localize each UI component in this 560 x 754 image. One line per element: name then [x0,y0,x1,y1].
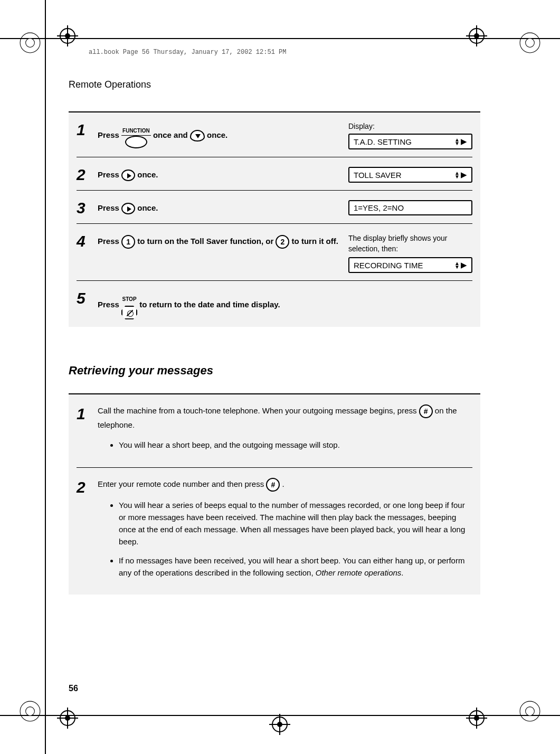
svg-point-28 [277,722,282,727]
step-number: 2 [77,477,98,495]
section-subtitle: Retrieving your messages [69,364,480,378]
list-item: If no messages have been received, you w… [119,554,472,579]
registration-mark-icon [19,32,41,54]
step-body: Call the machine from a touch-tone telep… [98,404,472,458]
step-body: Press FUNCTION once and once. [98,120,348,148]
svg-point-24 [474,715,479,721]
keypad-2-icon: 2 [276,235,289,249]
svg-point-4 [526,39,535,48]
section-title: Remote Operations [69,79,480,90]
step-3: 3 Press once. 1=YES, 2=NO [77,190,472,223]
crosshair-icon [269,714,290,735]
nav-arrows-icon: ▲▼▶ [454,137,467,146]
step-number: 4 [77,231,98,249]
step-number: 1 [77,120,98,138]
step-body: Enter your remote code number and then p… [98,477,472,586]
nav-arrows-icon: ▲▼▶ [454,170,467,180]
list-item: You will hear a series of beeps equal to… [119,499,472,548]
down-arrow-button-icon [190,130,205,142]
crosshair-icon [57,708,78,729]
steps-block: 1 Press FUNCTION once and once. Display:… [69,111,480,327]
step-body: Press once. [98,198,348,215]
bullet-list: You will hear a short beep, and the outg… [98,439,472,451]
right-arrow-button-icon [121,203,135,214]
svg-point-8 [526,707,535,716]
svg-point-20 [65,715,70,721]
crosshair-icon [466,25,487,46]
step-number: 5 [77,288,98,306]
right-arrow-button-icon [121,169,135,181]
keypad-hash-icon: # [266,478,280,492]
step-4: 4 Press 1 to turn on the Toll Saver func… [77,223,472,280]
print-frame-left [45,0,46,754]
step-display: TOLL SAVER ▲▼▶ [348,165,472,183]
function-button-icon: FUNCTION [121,123,151,148]
lcd-display: T.A.D. SETTING ▲▼▶ [348,134,472,149]
step-display: 1=YES, 2=NO [348,198,472,215]
keypad-hash-icon: # [419,404,433,418]
svg-point-16 [474,33,479,39]
step-display: The display briefly shows your selection… [348,231,472,273]
page-content: Remote Operations 1 Press FUNCTION once … [69,69,480,595]
lcd-display: TOLL SAVER ▲▼▶ [348,167,472,183]
lcd-display: 1=YES, 2=NO [348,200,472,215]
step-5: 5 Press STOP to return to the date and t… [77,280,472,327]
nav-arrows-icon: ▲▼▶ [454,260,467,270]
registration-mark-icon [19,700,41,722]
svg-point-2 [26,39,35,48]
crosshair-icon [466,708,487,729]
lcd-display: RECORDING TIME ▲▼▶ [348,257,472,273]
keypad-1-icon: 1 [121,235,135,249]
registration-mark-icon [519,32,541,54]
stop-button-icon: STOP [121,291,137,319]
sub-step-1: 1 Call the machine from a touch-tone tel… [77,394,472,467]
step-body: Press 1 to turn on the Toll Saver functi… [98,231,348,249]
list-item: You will hear a short beep, and the outg… [119,439,472,451]
svg-point-6 [26,707,35,716]
sub-step-2: 2 Enter your remote code number and then… [77,467,472,595]
page-number: 56 [69,684,78,693]
step-body: Press once. [98,165,348,182]
crosshair-icon [57,25,78,46]
step-number: 2 [77,165,98,183]
svg-point-12 [65,33,70,39]
step-2: 2 Press once. TOLL SAVER ▲▼▶ [77,157,472,190]
registration-mark-icon [519,700,541,722]
step-1: 1 Press FUNCTION once and once. Display:… [77,112,472,157]
header-filename: all.book Page 56 Thursday, January 17, 2… [89,49,286,56]
bullet-list: You will hear a series of beeps equal to… [98,499,472,579]
sub-steps-block: 1 Call the machine from a touch-tone tel… [69,393,480,595]
step-number: 3 [77,198,98,216]
step-display: Display: T.A.D. SETTING ▲▼▶ [348,120,472,149]
step-body: Press STOP to return to the date and tim… [98,288,472,319]
step-number: 1 [77,404,98,422]
